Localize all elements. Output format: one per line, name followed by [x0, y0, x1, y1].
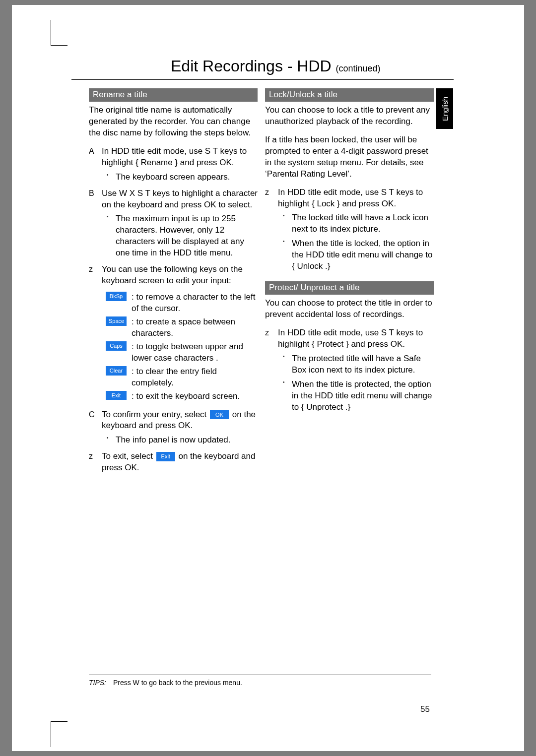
inline-chip-ok: OK [210, 410, 229, 420]
key-row: BkSp : to remove a character to the left… [106, 292, 258, 315]
key-chip-bksp: BkSp [106, 292, 127, 301]
crop-mark-bl [51, 721, 67, 747]
key-desc: : to clear the entry ﬁeld completely. [132, 366, 258, 389]
keys-intro-text: You can use the following keys on the ke… [102, 264, 243, 285]
protect-step-text: In HDD title edit mode, use S T keys to … [278, 328, 423, 349]
key-chip-caps: Caps [106, 341, 127, 351]
key-desc: : to toggle between upper and lower case… [132, 341, 258, 364]
page-title: Edit Recordings - HDD (continued) [171, 57, 381, 75]
step-b: B Use W X S T keys to highlight a charac… [89, 188, 258, 259]
title-main: Edit Recordings - HDD [171, 57, 332, 75]
lock-sub1: The locked title will have a Lock icon n… [283, 212, 434, 235]
step-a: A In HDD title edit mode, use S T keys t… [89, 146, 258, 183]
inline-chip-exit: Exit [156, 452, 175, 461]
section-lock: Lock/Unlock a title [265, 88, 434, 102]
step-c: C To conﬁrm your entry, select OK on the… [89, 409, 258, 446]
key-row: Exit : to exit the keyboard screen. [106, 391, 258, 402]
key-row: Caps : to toggle between upper and lower… [106, 341, 258, 364]
key-row: Clear : to clear the entry ﬁeld complete… [106, 366, 258, 389]
protect-step-label: z [265, 327, 269, 338]
key-chip-exit: Exit [106, 391, 127, 400]
step-b-label: B [89, 188, 94, 199]
key-row: Space : to create a space between charac… [106, 316, 258, 339]
key-chip-clear: Clear [106, 366, 127, 376]
lock-step: z In HDD title edit mode, use S T keys t… [265, 187, 434, 273]
left-column: Rename a title The original title name i… [89, 88, 258, 479]
protect-step: z In HDD title edit mode, use S T keys t… [265, 327, 434, 413]
lock-sub2: When the title is locked, the option in … [283, 238, 434, 272]
crop-mark-tl [51, 20, 67, 46]
step-a-sub: The keyboard screen appears. [107, 172, 258, 183]
lock-step-text: In HDD title edit mode, use S T keys to … [278, 188, 423, 208]
lock-step-label: z [265, 187, 269, 198]
step-c-sub: The info panel is now updated. [107, 435, 258, 446]
key-desc: : to create a space between characters. [132, 316, 258, 339]
section-protect: Protect/ Unprotect a title [265, 281, 434, 295]
tips-label: TIPS: [89, 679, 106, 687]
step-a-label: A [89, 146, 94, 157]
keys-intro-label: z [89, 264, 93, 275]
section-rename: Rename a title [89, 88, 258, 102]
step-exit-pre: To exit, select [102, 451, 155, 461]
lock-p1: You can choose to lock a title to preven… [265, 105, 434, 127]
step-a-text: In HDD title edit mode, use S T keys to … [102, 146, 247, 167]
protect-p1: You can choose to protect the title in o… [265, 298, 434, 320]
title-continued: (continued) [336, 63, 381, 73]
right-column: Lock/Unlock a title You can choose to lo… [265, 88, 434, 418]
step-exit-label: z [89, 451, 93, 462]
step-c-label: C [89, 409, 95, 420]
tips-line: TIPS: Press W to go back to the previous… [89, 679, 242, 687]
key-chip-space: Space [106, 316, 127, 326]
tips-rule [89, 675, 431, 675]
protect-sub2: When the title is protected, the option … [283, 379, 434, 413]
step-c-pre: To conﬁrm your entry, select [102, 410, 209, 419]
lock-p2: If a title has been locked, the user wil… [265, 134, 434, 180]
step-exit: z To exit, select Exit on the keyboard a… [89, 451, 258, 474]
page-sheet: Edit Recordings - HDD (continued) Englis… [12, 5, 524, 751]
rename-intro: The original title name is automatically… [89, 105, 258, 139]
language-tab: English [436, 88, 453, 129]
keys-intro: z You can use the following keys on the … [89, 264, 258, 287]
key-desc: : to remove a character to the left of t… [132, 292, 258, 315]
step-b-sub: The maximum input is up to 255 character… [107, 213, 258, 259]
title-rule [71, 79, 454, 80]
key-desc: : to exit the keyboard screen. [132, 391, 258, 402]
page-number: 55 [420, 704, 430, 714]
protect-sub1: The protected title will have a Safe Box… [283, 353, 434, 376]
step-b-text: Use W X S T keys to highlight a characte… [102, 189, 258, 209]
tips-text: Press W to go back to the previous menu. [113, 679, 242, 687]
